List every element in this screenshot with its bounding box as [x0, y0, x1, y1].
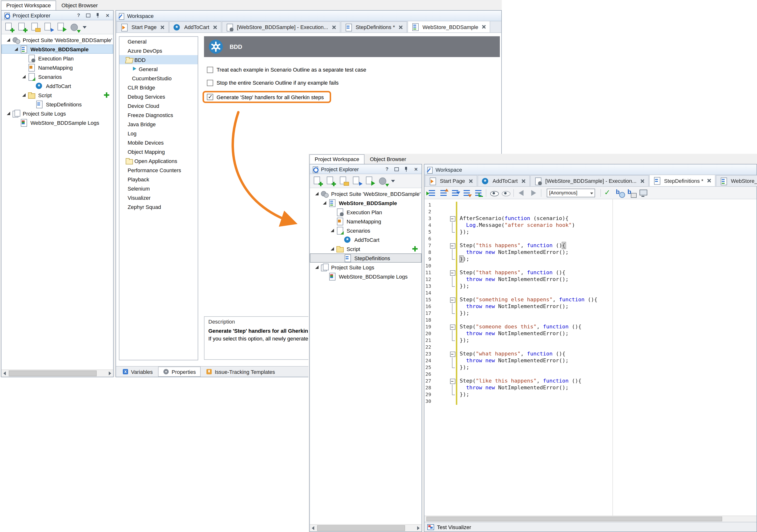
code-line[interactable]: 5});	[424, 229, 757, 235]
align-top-button[interactable]	[438, 187, 449, 198]
tree-item-execution-plan[interactable]: Execution Plan	[1, 54, 113, 63]
fold-collapse-icon[interactable]	[450, 215, 456, 222]
tree-item-project-suite-logs[interactable]: Project Suite Logs	[1, 109, 113, 118]
more-button[interactable]	[82, 21, 88, 33]
close-tab-icon[interactable]	[160, 24, 165, 30]
new-project-suite-button[interactable]	[312, 175, 323, 187]
doc-tab-webstore-bddsample[interactable]: WebStore_BDDSample	[408, 21, 490, 32]
function-selector-dropdown[interactable]: [Anonymous]	[547, 188, 595, 197]
code-line[interactable]: 23Step("what happens", function (){	[424, 351, 757, 358]
panel-splitter[interactable]	[422, 164, 424, 532]
tree-item-addtocart[interactable]: AddToCart	[1, 81, 113, 90]
scrollbar-thumb[interactable]	[317, 525, 405, 531]
code-line[interactable]: 3AfterScenario(function (scenario){	[424, 215, 757, 222]
restore-icon[interactable]	[85, 12, 92, 18]
close-icon[interactable]	[104, 12, 111, 18]
editor-hscrollbar[interactable]	[424, 516, 757, 522]
close-tab-icon[interactable]	[521, 178, 526, 183]
device-breakpoint-button[interactable]	[626, 187, 637, 198]
tree-item-project-suite-webstore-bddsample-1-p[interactable]: Project Suite 'WebStore_BDDSample' (1 p	[310, 189, 421, 198]
restore-icon[interactable]	[393, 166, 400, 172]
expander-icon[interactable]	[314, 264, 320, 270]
code-line[interactable]: 13});	[424, 283, 757, 290]
tree-item-scenarios[interactable]: Scenarios	[1, 72, 113, 81]
tree-item-webstore-bddsample-logs[interactable]: WebStore_BDDSample Logs	[310, 272, 421, 281]
align-bottom-button[interactable]	[461, 187, 472, 198]
bottom-tab-issue-tracking-templates[interactable]: Issue-Tracking Templates	[201, 367, 279, 376]
bottom-tab-variables[interactable]: Variables	[118, 367, 157, 376]
close-tab-icon[interactable]	[706, 178, 712, 183]
device-settings-button[interactable]	[638, 187, 649, 198]
options-category-freeze-diagnostics[interactable]: Freeze Diagnostics	[119, 110, 198, 119]
code-line[interactable]: 27Step("like this happens", function (){	[424, 378, 757, 385]
new-project-suite-button[interactable]	[3, 21, 15, 33]
checkbox[interactable]	[207, 67, 213, 73]
project-settings-button[interactable]	[377, 175, 389, 187]
tree-item-namemapping[interactable]: NameMapping	[310, 217, 421, 226]
options-category-open-applications[interactable]: Open Applications	[119, 156, 198, 165]
code-line[interactable]: 6	[424, 235, 757, 242]
fold-collapse-icon[interactable]	[450, 269, 456, 276]
code-line[interactable]: 22	[424, 344, 757, 351]
doc-tab-stepdefinitions[interactable]: StepDefinitions *	[341, 21, 407, 32]
code-line[interactable]: 12 throw new NotImplementedError();	[424, 276, 757, 283]
options-category-azure-devops[interactable]: Azure DevOps	[119, 46, 198, 55]
doc-tab-webstore-bddsample[interactable]: WebStore_BDDSample	[716, 175, 757, 186]
explorer-hscrollbar[interactable]	[1, 369, 113, 377]
wrap-lines-button[interactable]	[473, 187, 483, 198]
close-tab-icon[interactable]	[639, 178, 645, 183]
app-tab-project-workspace[interactable]: Project Workspace	[309, 154, 364, 164]
open-file-button[interactable]	[29, 21, 41, 33]
expander-icon[interactable]	[329, 227, 336, 234]
scrollbar-thumb[interactable]	[9, 370, 97, 376]
options-category-zephyr-squad[interactable]: Zephyr Squad	[119, 202, 198, 211]
code-line[interactable]: 28 throw new NotImplementedError();	[424, 385, 757, 391]
tree-item-webstore-bddsample[interactable]: WebStore_BDDSample	[310, 198, 421, 207]
more-button[interactable]	[390, 175, 396, 187]
tree-item-project-suite-logs[interactable]: Project Suite Logs	[310, 263, 421, 272]
step-lines-button[interactable]	[426, 187, 437, 198]
scrollbar-thumb[interactable]	[426, 516, 722, 521]
tree-item-webstore-bddsample-logs[interactable]: WebStore_BDDSample Logs	[1, 118, 113, 127]
close-icon[interactable]	[412, 166, 420, 172]
options-category-log[interactable]: Log	[119, 129, 198, 138]
nav-back-button[interactable]	[516, 187, 527, 198]
expander-icon[interactable]	[21, 73, 28, 80]
code-line[interactable]: 17});	[424, 310, 757, 317]
help-icon[interactable]	[75, 12, 82, 18]
fold-collapse-icon[interactable]	[450, 297, 456, 303]
options-category-selenium[interactable]: Selenium	[119, 184, 198, 193]
fold-collapse-icon[interactable]	[450, 378, 456, 385]
options-category-clr-bridge[interactable]: CLR Bridge	[119, 83, 198, 92]
code-line[interactable]: 2	[424, 208, 757, 215]
code-line[interactable]: 18	[424, 317, 757, 324]
project-settings-button[interactable]	[69, 21, 80, 33]
options-category-visualizer[interactable]: Visualizer	[119, 193, 198, 202]
expander-icon[interactable]	[321, 200, 328, 206]
watch-eye-off-button[interactable]	[500, 187, 511, 198]
new-project-item-button[interactable]	[325, 175, 336, 187]
tree-item-execution-plan[interactable]: Execution Plan	[310, 207, 421, 217]
doc-tab-addtocart[interactable]: AddToCart	[478, 175, 530, 186]
add-script-item-button[interactable]	[412, 246, 418, 252]
options-category-debug-services[interactable]: Debug Services	[119, 92, 198, 101]
expander-icon[interactable]	[5, 110, 12, 117]
align-middle-button[interactable]	[450, 187, 460, 198]
open-file-button[interactable]	[338, 175, 349, 187]
options-category-performance-counters[interactable]: Performance Counters	[119, 165, 198, 174]
run-project-button[interactable]	[364, 175, 376, 187]
tree-item-script[interactable]: Script	[310, 244, 421, 253]
tree-item-addtocart[interactable]: AddToCart	[310, 235, 421, 244]
close-tab-icon[interactable]	[481, 24, 487, 29]
tree-item-webstore-bddsample[interactable]: WebStore_BDDSample	[1, 45, 113, 54]
close-tab-icon[interactable]	[331, 24, 336, 30]
code-line[interactable]: 4 Log.Message("after scenario hook")	[424, 222, 757, 229]
tree-item-stepdefinitions[interactable]: StepDefinitions	[1, 100, 113, 109]
options-category-general[interactable]: General	[119, 37, 198, 46]
import-project-button[interactable]	[43, 21, 54, 33]
nav-forward-button[interactable]	[528, 187, 538, 198]
doc-tab-start-page[interactable]: Start Page	[116, 21, 169, 32]
import-project-button[interactable]	[351, 175, 363, 187]
doc-tab-addtocart[interactable]: AddToCart	[169, 21, 221, 32]
fold-collapse-icon[interactable]	[450, 351, 456, 358]
